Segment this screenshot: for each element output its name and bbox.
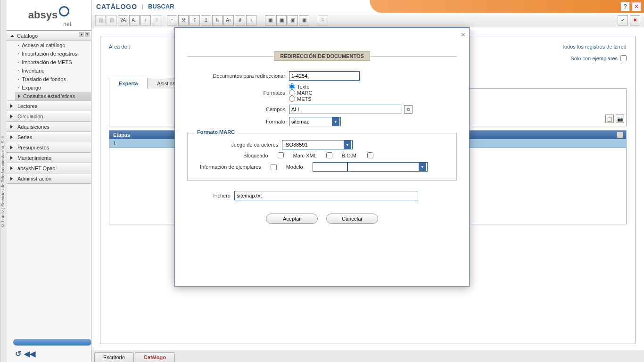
tool-sort-icon[interactable]: ⇅	[212, 15, 223, 25]
tool-sort2-icon[interactable]: A↓	[223, 15, 234, 25]
nav-acceso-catalogo[interactable]: Acceso al catálogo	[15, 41, 91, 49]
campos-picker-icon[interactable]: ⧉	[404, 105, 413, 114]
formato-label: Formato	[187, 119, 289, 124]
juego-label: Juego de caracteres	[192, 142, 282, 148]
bom-checkbox[interactable]	[367, 152, 373, 158]
tool-db1-icon[interactable]: ▣	[265, 15, 275, 25]
campos-label: Campos	[187, 107, 289, 112]
tool-align1-icon[interactable]: ≡	[167, 15, 177, 25]
nav-inventario[interactable]: Inventario	[15, 66, 91, 75]
docs-input[interactable]	[289, 71, 360, 81]
cancelar-button[interactable]: Cancelar	[326, 214, 378, 224]
tool-2-icon[interactable]: ▤	[107, 15, 117, 25]
nav-opac[interactable]: absysNET Opac	[7, 163, 91, 173]
toolbar: ▥ ▤ ?A A↓ i T ≡ ⚒ ↧ ↥ ⇅ A↓ ⇵ + ▣ ▣ ▣ ▣ ⎘…	[91, 13, 644, 27]
tool-db3-icon[interactable]: ▣	[288, 15, 298, 25]
tool-plus-icon[interactable]: +	[246, 15, 256, 25]
bloqueado-checkbox[interactable]	[278, 152, 284, 158]
radio-texto[interactable]	[289, 83, 295, 90]
header: CATÁLOGO | BUSCAR ? ✕	[91, 0, 644, 13]
campos-input[interactable]	[289, 105, 393, 114]
logo-swirl-icon	[59, 6, 69, 16]
modelo-input1[interactable]	[313, 163, 339, 171]
solo-ejemplares-checkbox[interactable]	[620, 55, 627, 61]
todos-registros-link[interactable]: Todos los registros de la red	[561, 44, 627, 49]
camera-icon[interactable]: 📷	[616, 115, 624, 123]
nav-administracion[interactable]: Administración	[7, 173, 91, 184]
tool-info-icon[interactable]: i	[140, 15, 151, 25]
btab-escritorio[interactable]: Escritorio	[94, 352, 134, 362]
modal-redireccion: × REDIRECCIÓN DE DOCUMENTOS Documentos p…	[174, 27, 470, 287]
area-trabajo-link[interactable]: Área de t	[109, 44, 130, 49]
fichero-input[interactable]	[234, 191, 418, 200]
help-icon[interactable]: ?	[620, 2, 630, 11]
bom-label: B.O.M.	[342, 153, 358, 158]
tool-copy-icon[interactable]: ⎘	[318, 15, 328, 25]
chevron-down-icon[interactable]: ▼	[344, 140, 351, 149]
sidebar-scroll-indicator	[13, 339, 91, 346]
nav-circulacion[interactable]: Circulación	[7, 111, 91, 122]
tool-hammer-icon[interactable]: ⚒	[178, 15, 189, 25]
tool-db4-icon[interactable]: ▣	[299, 15, 309, 25]
formato-select[interactable]	[289, 117, 332, 126]
logo-text: absys	[28, 9, 58, 21]
nav-presupuestos[interactable]: Presupuestos	[7, 142, 91, 153]
nav-traslado-fondos[interactable]: Traslado de fondos	[15, 75, 91, 83]
rewind-icon[interactable]: ◀◀	[24, 349, 35, 358]
fichero-label: Fichero	[187, 193, 234, 198]
close-app-icon[interactable]: ✕	[632, 2, 641, 11]
nav-adquisiciones[interactable]: Adquisiciones	[7, 122, 91, 132]
tool-arrow1-icon[interactable]: ↧	[190, 15, 200, 25]
radio-marc[interactable]	[289, 90, 295, 96]
nav-expurgo[interactable]: Expurgo	[15, 83, 91, 92]
back-icon[interactable]: ↺	[15, 349, 21, 358]
nav-catalogo-label: Catálogo	[17, 33, 38, 39]
info-ej-label: Información de ejemplares	[200, 164, 261, 170]
solo-ejemplares-label: Sólo con ejemplares	[570, 56, 618, 61]
modal-title: REDIRECCIÓN DE DOCUMENTOS	[274, 51, 370, 61]
docs-label: Documentos para redireccionar	[187, 73, 289, 79]
fieldset-legend: Formato MARC	[194, 129, 238, 135]
fieldset-formato-marc: Formato MARC Juego de caracteres ▼ Bloqu…	[187, 133, 457, 181]
marcxml-checkbox[interactable]	[326, 152, 332, 158]
logo: absys net	[7, 0, 91, 31]
tool-db2-icon[interactable]: ▣	[276, 15, 287, 25]
nav-consultas-estadisticas[interactable]: Consultas estadísticas	[15, 92, 91, 100]
table-header-etapas: Etapas	[113, 132, 130, 138]
aceptar-button[interactable]: Aceptar	[266, 214, 318, 224]
btab-catalogo[interactable]: Catálogo	[135, 352, 175, 362]
header-curve	[370, 0, 644, 13]
info-ej-checkbox[interactable]	[271, 164, 277, 170]
tool-a-icon[interactable]: A↓	[129, 15, 140, 25]
tool-1-icon[interactable]: ▥	[95, 15, 106, 25]
bottom-tabs: Escritorio Catálogo	[91, 350, 644, 362]
tab-experta[interactable]: Experta	[109, 78, 148, 89]
chevron-down-icon[interactable]: ▼	[419, 163, 426, 171]
radio-mets[interactable]	[289, 96, 295, 102]
copyright-strip: © baratz | Servicios de Teledocumentació…	[0, 0, 7, 362]
cancel-icon[interactable]: ✖	[630, 15, 640, 25]
confirm-icon[interactable]: ✔	[618, 15, 628, 25]
chevron-down-icon[interactable]: ▼	[332, 117, 339, 126]
juego-select[interactable]	[282, 140, 344, 149]
nav-lectores[interactable]: Lectores	[7, 101, 91, 111]
nav-mantenimiento[interactable]: Mantenimiento	[7, 153, 91, 163]
tool-qa-icon[interactable]: ?A	[118, 15, 128, 25]
tool-arrow2-icon[interactable]: ↥	[201, 15, 211, 25]
modal-close-icon[interactable]: ×	[461, 31, 465, 39]
clipboard-icon[interactable]: 📋	[605, 115, 614, 123]
nav-importacion-mets[interactable]: Importación de METS	[15, 58, 91, 66]
tool-sort3-icon[interactable]: ⇵	[235, 15, 245, 25]
nav-importacion-registros[interactable]: Importación de registros	[15, 49, 91, 58]
sidebar: absys net ▴▾ Catálogo Acceso al catálogo…	[7, 0, 91, 362]
marcxml-label: Marc XML	[293, 153, 317, 158]
lock-icon[interactable]	[617, 132, 623, 138]
sidebar-collapsers[interactable]: ▴▾	[79, 31, 90, 37]
logo-sub: net	[63, 21, 71, 27]
bloqueado-label: Bloqueado	[243, 153, 268, 158]
tool-t-icon[interactable]: T	[152, 15, 162, 25]
header-buscar[interactable]: BUSCAR	[148, 3, 174, 10]
page-title: CATÁLOGO	[96, 3, 137, 10]
nav-series[interactable]: Series	[7, 132, 91, 142]
modelo-input2[interactable]	[348, 163, 419, 171]
